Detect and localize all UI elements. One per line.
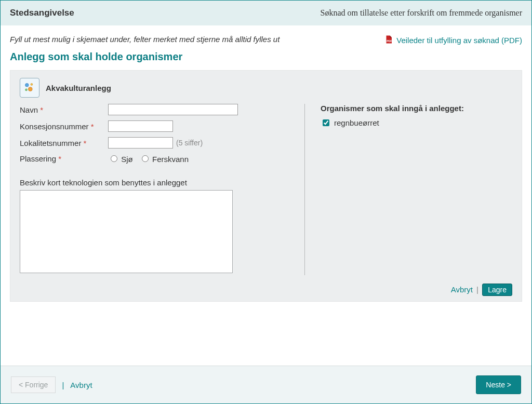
svg-point-2 bbox=[31, 84, 33, 86]
organism-label: regnbueørret bbox=[334, 118, 379, 127]
previous-button: < Forrige bbox=[11, 376, 56, 393]
placement-fresh-option[interactable]: Ferskvann bbox=[139, 155, 189, 164]
separator: | bbox=[476, 285, 478, 294]
description-textarea[interactable] bbox=[20, 190, 233, 273]
footer-cancel-link[interactable]: Avbryt bbox=[70, 381, 92, 389]
svg-text:PDF: PDF bbox=[387, 39, 392, 43]
placement-sea-option[interactable]: Sjø bbox=[108, 155, 133, 164]
save-button[interactable]: Lagre bbox=[482, 284, 512, 296]
required-marker: * bbox=[58, 154, 61, 163]
required-marker: * bbox=[84, 139, 87, 147]
page-title: Stedsangivelse bbox=[10, 8, 74, 18]
organisms-title: Organismer som skal inngå i anlegget: bbox=[321, 104, 512, 113]
locality-input[interactable] bbox=[108, 137, 173, 149]
guide-pdf-label: Veileder til utfylling av søknad (PDF) bbox=[396, 36, 522, 45]
page-subtitle: Søknad om tillatelse etter forskrift om … bbox=[321, 8, 522, 18]
facility-panel: Akvakulturanlegg Navn * Konsesjonsnummer… bbox=[10, 70, 522, 302]
svg-point-3 bbox=[28, 87, 32, 91]
guide-pdf-link[interactable]: PDF Veileder til utfylling av søknad (PD… bbox=[384, 35, 522, 46]
panel-cancel-link[interactable]: Avbryt bbox=[451, 285, 473, 294]
pdf-icon: PDF bbox=[384, 35, 393, 46]
separator: | bbox=[62, 381, 64, 389]
svg-point-1 bbox=[25, 84, 29, 87]
panel-title: Akvakulturanlegg bbox=[46, 84, 111, 92]
required-marker: * bbox=[91, 122, 94, 131]
instruction-text: Fyll ut mest mulig i skjemaet under, fel… bbox=[10, 35, 280, 44]
license-label: Konsesjonsnummer bbox=[20, 122, 89, 131]
organism-item: regnbueørret bbox=[321, 118, 512, 128]
locality-label: Lokalitetsnummer bbox=[20, 139, 81, 147]
aquaculture-icon bbox=[20, 78, 39, 98]
required-marker: * bbox=[40, 105, 43, 114]
name-input[interactable] bbox=[108, 104, 238, 115]
description-label: Beskriv kort teknologien som benyttes i … bbox=[20, 178, 289, 187]
placement-fresh-radio[interactable] bbox=[142, 155, 149, 162]
placement-sea-radio[interactable] bbox=[111, 155, 117, 162]
organism-checkbox[interactable] bbox=[323, 119, 329, 126]
svg-point-4 bbox=[25, 89, 28, 91]
license-input[interactable] bbox=[108, 120, 173, 132]
page-header: Stedsangivelse Søknad om tillatelse ette… bbox=[1, 1, 531, 25]
locality-hint: (5 siffer) bbox=[176, 139, 203, 147]
wizard-footer: < Forrige | Avbryt Neste > bbox=[1, 366, 531, 403]
placement-label: Plassering bbox=[20, 154, 56, 163]
name-label: Navn bbox=[20, 105, 38, 114]
section-title: Anlegg som skal holde organismer bbox=[10, 51, 522, 63]
next-button[interactable]: Neste > bbox=[476, 375, 521, 394]
